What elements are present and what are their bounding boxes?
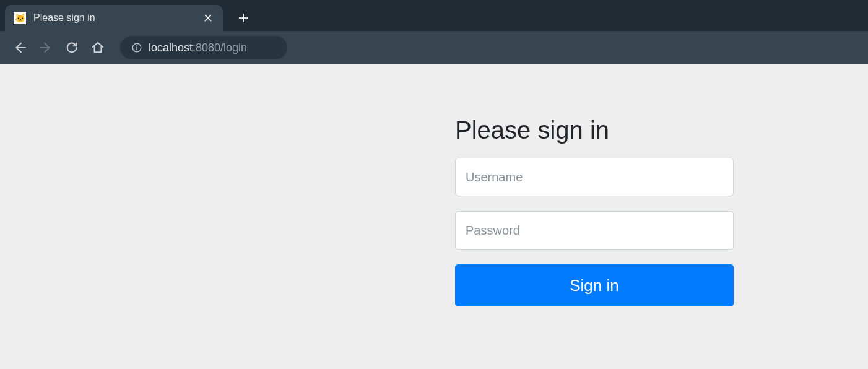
signin-button[interactable]: Sign in: [455, 264, 734, 306]
favicon-icon: 🐱: [14, 12, 26, 24]
signin-form: Please sign in Sign in: [455, 116, 734, 306]
username-input[interactable]: [455, 158, 734, 196]
url-host: localhost: [149, 41, 193, 54]
browser-toolbar: localhost:8080/login: [0, 31, 868, 64]
page-content: Please sign in Sign in: [0, 64, 868, 369]
browser-chrome: 🐱 Please sign in localhost:80: [0, 0, 868, 64]
url-port: :8080: [193, 41, 220, 54]
site-info-icon[interactable]: [131, 42, 142, 53]
tab-strip: 🐱 Please sign in: [0, 0, 868, 31]
browser-tab[interactable]: 🐱 Please sign in: [5, 5, 223, 31]
forward-icon: [36, 38, 56, 58]
address-bar[interactable]: localhost:8080/login: [120, 36, 287, 59]
back-icon[interactable]: [10, 38, 30, 58]
url-path: /login: [220, 41, 247, 54]
new-tab-icon[interactable]: [238, 5, 249, 31]
svg-point-1: [136, 45, 137, 46]
reload-icon[interactable]: [62, 38, 82, 58]
tab-title: Please sign in: [33, 12, 194, 24]
password-input[interactable]: [455, 211, 734, 250]
close-tab-icon[interactable]: [202, 12, 214, 24]
page-title: Please sign in: [455, 116, 734, 144]
url-text: localhost:8080/login: [149, 41, 247, 54]
home-icon[interactable]: [88, 38, 108, 58]
